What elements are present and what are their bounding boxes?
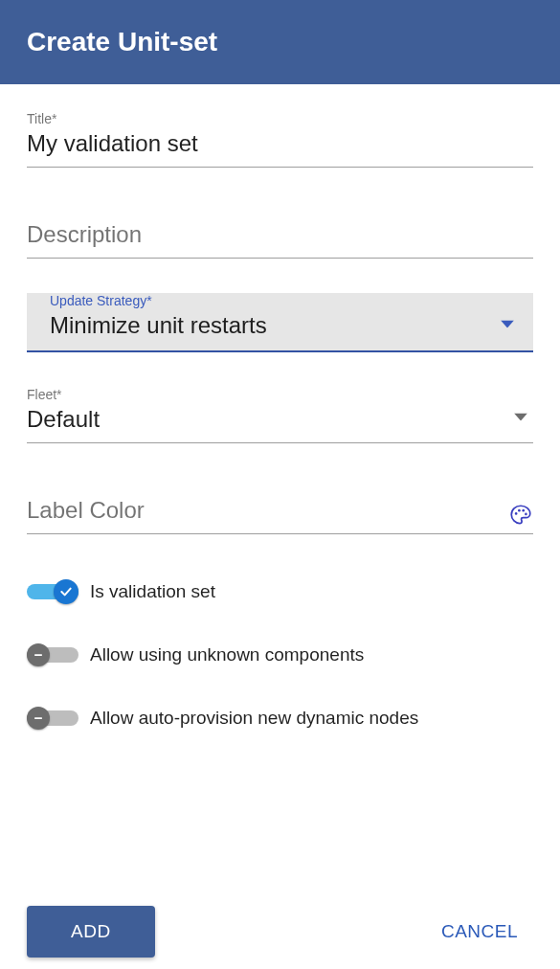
update-strategy-label: Update Strategy* [50,293,152,308]
chevron-down-icon [501,320,514,327]
svg-point-1 [518,509,521,512]
svg-rect-4 [34,654,42,656]
description-field[interactable] [27,202,533,259]
fleet-select[interactable]: Fleet* Default [27,387,533,443]
add-button[interactable]: ADD [27,906,155,958]
palette-icon[interactable] [508,503,533,528]
dialog-title: Create Unit-set [27,27,217,57]
is-validation-set-row: Is validation set [27,580,533,603]
fleet-value: Default [27,404,533,435]
svg-point-0 [515,512,518,515]
cancel-button[interactable]: CANCEL [426,910,533,954]
label-color-field[interactable] [27,478,533,534]
fleet-label: Fleet* [27,387,62,402]
minus-icon [27,643,50,666]
allow-auto-provision-row: Allow auto-provision new dynamic nodes [27,707,533,730]
update-strategy-value: Minimize unit restarts [50,310,510,341]
check-icon [54,579,78,604]
allow-auto-provision-toggle[interactable] [27,707,78,730]
label-color-input[interactable] [27,495,533,526]
title-input[interactable] [27,128,533,159]
title-field[interactable]: Title* [27,111,533,168]
is-validation-set-label: Is validation set [90,581,215,602]
update-strategy-select[interactable]: Update Strategy* Minimize unit restarts [27,293,533,352]
allow-auto-provision-label: Allow auto-provision new dynamic nodes [90,708,418,729]
svg-point-2 [522,509,525,512]
minus-icon [27,707,50,730]
dialog-footer: ADD CANCEL [0,906,560,969]
dialog-content: Title* Update Strategy* Minimize unit re… [0,84,560,730]
description-input[interactable] [27,219,533,250]
allow-unknown-components-label: Allow using unknown components [90,644,364,665]
is-validation-set-toggle[interactable] [27,580,78,603]
dialog-header: Create Unit-set [0,0,560,84]
title-label: Title* [27,111,56,126]
svg-rect-5 [34,717,42,719]
allow-unknown-components-toggle[interactable] [27,643,78,666]
chevron-down-icon [514,413,527,420]
svg-point-3 [525,513,527,516]
allow-unknown-components-row: Allow using unknown components [27,643,533,666]
